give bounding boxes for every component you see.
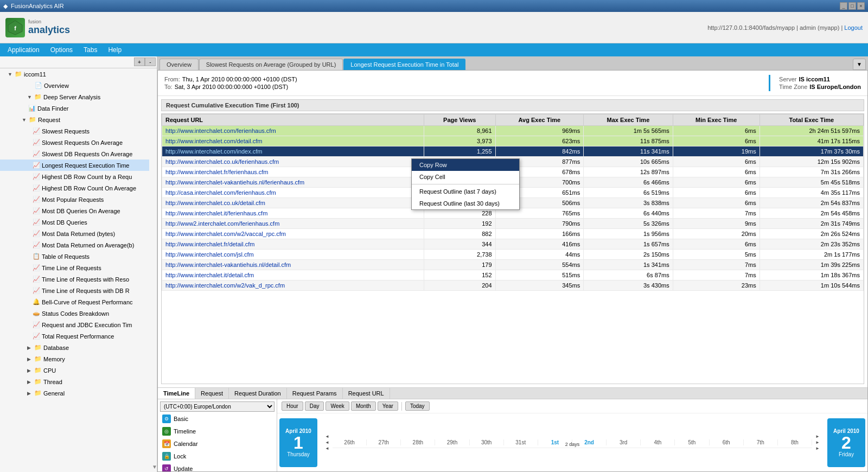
data-table-container[interactable]: Request URL Page Views Avg Exec Time Max… [161, 113, 864, 384]
sidebar-item-table-requests[interactable]: 📋 Table of Requests [0, 251, 149, 262]
update-label: Update [174, 465, 193, 471]
tl-tab-duration[interactable]: Request Duration [229, 388, 287, 399]
table-row[interactable]: http://www.interchalet.fr/detail.cfm 344… [162, 239, 864, 250]
table-row[interactable]: http://www.interchalet.com/detail.cfm 3,… [162, 136, 864, 146]
sidebar-item-timeline-db[interactable]: 📈 Time Line of Requests with DB R [0, 285, 149, 296]
ctx-copy-row[interactable]: Copy Row [412, 159, 519, 171]
sidebar-item-most-popular[interactable]: 📈 Most Popular Requests [0, 194, 149, 205]
icon-highest-db-avg: 📈 [33, 184, 40, 192]
col-header-total: Total Exec Time [760, 114, 863, 126]
sidebar-item-slowest-avg[interactable]: 📈 Slowest Requests On Average [0, 137, 149, 148]
url-cell: http://www.interchalet.it/detail.cfm [162, 270, 424, 280]
sidebar-item-most-db[interactable]: 📈 Most DB Queries [0, 216, 149, 228]
timeline-icon: ◎ [162, 427, 171, 436]
today-button[interactable]: Today [405, 401, 430, 411]
sidebar-item-label: Time Line of Requests with Reso [42, 276, 129, 283]
max-cell: 6s 87ms [584, 270, 673, 280]
sidebar-item-cpu[interactable]: ▶ 📁 CPU [0, 365, 149, 376]
sidebar-item-label: Bell-Curve of Request Performanc [42, 299, 133, 305]
tl-tab-params[interactable]: Request Params [287, 388, 343, 399]
tl-item-basic[interactable]: ⚙ Basic [160, 413, 275, 424]
menu-tabs[interactable]: Tabs [78, 44, 103, 55]
logo-bottom-text: analytics [28, 24, 70, 36]
tl-tab-request[interactable]: Request [195, 388, 229, 399]
table-row[interactable]: http://www.interchalet.com/w2/vaccal_rpc… [162, 229, 864, 239]
ctx-outline-30d[interactable]: Request Outline (last 30 days) [412, 197, 519, 209]
sidebar-item-total-perf[interactable]: 📈 Total Request Performance [0, 330, 149, 342]
min-cell: 6ms [673, 177, 760, 188]
sidebar-expand-button[interactable]: + [134, 58, 145, 66]
menu-application[interactable]: Application [2, 44, 45, 55]
tl-item-update[interactable]: ↺ Update [160, 463, 275, 471]
table-row[interactable]: http://www.interchalet.com/jsl.cfm 2,738… [162, 250, 864, 260]
sidebar-item-most-data-avg[interactable]: 📈 Most Data Returned on Average(b) [0, 239, 149, 251]
scroll-right[interactable]: ► ► ► [812, 434, 823, 451]
hour-button[interactable]: Hour [282, 401, 303, 411]
menubar: Application Options Tabs Help [0, 43, 868, 56]
sidebar-item-bell-curve[interactable]: 🔔 Bell-Curve of Request Performanc [0, 296, 149, 308]
scroll-left[interactable]: ◄ ◄ ◄ [322, 434, 333, 451]
tl-item-timeline[interactable]: ◎ Timeline [160, 426, 275, 437]
tl-tab-timeline[interactable]: TimeLine [158, 388, 195, 399]
sidebar-collapse-button[interactable]: - [145, 58, 156, 66]
sidebar-item-request[interactable]: ▼ 📁 Request [0, 114, 149, 125]
total-cell: 2h 24m 51s 597ms [760, 126, 863, 136]
restore-button[interactable]: □ [848, 2, 856, 10]
icon-bell-curve: 🔔 [33, 298, 40, 305]
date-29: 29th [435, 439, 469, 445]
sidebar-item-data-finder[interactable]: 📊 Data Finder [0, 103, 149, 114]
total-cell: 2m 23s 352ms [760, 239, 863, 250]
sidebar-item-general[interactable]: ▶ 📁 General [0, 387, 149, 399]
tl-item-lock[interactable]: 🔒 Lock [160, 451, 275, 462]
sidebar-item-overview[interactable]: 📄 Overview [0, 80, 149, 91]
menu-options[interactable]: Options [45, 44, 78, 55]
sidebar-item-slowest-db[interactable]: 📈 Slowest DB Requests On Average [0, 148, 149, 160]
day-button[interactable]: Day [305, 401, 324, 411]
table-row[interactable]: http://www.interchalet.com/ferienhaus.cf… [162, 126, 864, 136]
sidebar-item-longest-exec[interactable]: 📈 Longest Request Execution Time [0, 160, 149, 171]
menu-help[interactable]: Help [103, 44, 127, 55]
icon-most-db: 📈 [33, 219, 40, 226]
sidebar-item-deep-server[interactable]: ▼ 📁 Deep Server Analysis [0, 91, 149, 103]
sidebar-item-label: Slowest Requests On Average [42, 139, 123, 146]
logout-link[interactable]: Logout [844, 24, 863, 31]
table-row[interactable]: http://www.interchalet.com/index.cfm 1,2… [162, 146, 864, 157]
tl-item-calendar[interactable]: 📅 Calendar [160, 438, 275, 449]
year-button[interactable]: Year [378, 401, 398, 411]
table-row[interactable]: http://www.interchalet-vakantiehuis.nl/d… [162, 260, 864, 270]
week-button[interactable]: Week [326, 401, 349, 411]
sidebar-item-request-jdbc[interactable]: 📈 Request and JDBC Execution Tim [0, 319, 149, 330]
tab-overview[interactable]: Overview [159, 59, 199, 70]
tl-tab-url[interactable]: Request URL [343, 388, 390, 399]
tab-overflow-arrow[interactable]: ▼ [853, 59, 866, 70]
tab-longest-exec[interactable]: Longest Request Execution Time in Total [343, 59, 465, 70]
sidebar-item-timeline[interactable]: 📈 Time Line of Requests [0, 262, 149, 273]
sidebar-item-thread[interactable]: ▶ 📁 Thread [0, 376, 149, 387]
from-label: From: [164, 76, 180, 82]
table-row[interactable]: http://www.interchalet.it/detail.cfm 152… [162, 270, 864, 280]
sidebar-item-iccom11[interactable]: ▼ 📁 iccom11 [0, 68, 149, 80]
ctx-outline-7d[interactable]: Request Outline (last 7 days) [412, 186, 519, 197]
timeline-content: (UTC+0:00) Europe/London ⚙ Basic ◎ Timel… [158, 399, 867, 471]
sidebar-item-highest-db-avg[interactable]: 📈 Highest DB Row Count On Average [0, 182, 149, 194]
table-row[interactable]: http://www2.interchalet.com/ferienhaus.c… [162, 219, 864, 229]
minimize-button[interactable]: _ [840, 2, 847, 10]
icon-jdbc: 📈 [33, 321, 40, 328]
table-row[interactable]: http://www.interchalet.com/w2/vak_d_rpc.… [162, 280, 864, 291]
sidebar-item-memory[interactable]: ▶ 📁 Memory [0, 353, 149, 365]
sidebar-item-slowest-requests[interactable]: 📈 Slowest Requests [0, 125, 149, 137]
month-button[interactable]: Month [351, 401, 376, 411]
sidebar-item-most-db-avg[interactable]: 📈 Most DB Queries On Average [0, 205, 149, 216]
ctx-copy-cell[interactable]: Copy Cell [412, 171, 519, 183]
timezone-select[interactable]: (UTC+0:00) Europe/London [160, 401, 275, 412]
sidebar-item-timeline-res[interactable]: 📈 Time Line of Requests with Reso [0, 273, 149, 285]
close-button[interactable]: × [857, 2, 865, 10]
sidebar-item-status-codes[interactable]: 🥧 Status Codes Breakdown [0, 308, 149, 319]
sidebar-item-database[interactable]: ▶ 📁 Database [0, 342, 149, 353]
sidebar-item-highest-db-row[interactable]: 📈 Highest DB Row Count by a Requ [0, 171, 149, 182]
min-cell: 6ms [673, 167, 760, 177]
sidebar-item-most-data[interactable]: 📈 Most Data Returned (bytes) [0, 228, 149, 239]
tab-slowest-avg[interactable]: Slowest Requests on Average (Grouped by … [199, 59, 343, 70]
tree-arrow-deep: ▼ [27, 94, 33, 100]
col-header-avg: Avg Exec Time [495, 114, 584, 126]
